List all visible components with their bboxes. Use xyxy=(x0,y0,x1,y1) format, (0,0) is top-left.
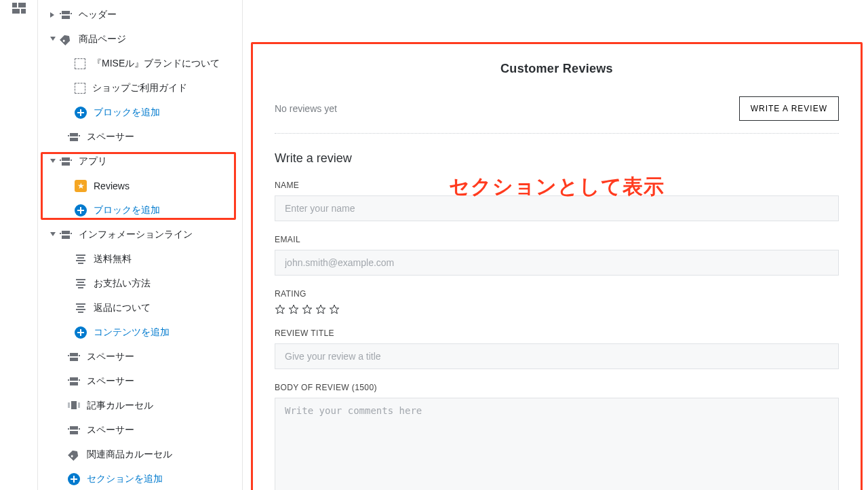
sidebar-item-apps[interactable]: アプリ xyxy=(43,149,242,174)
sidebar-item-label: インフォメーションライン xyxy=(79,229,193,241)
section-icon xyxy=(68,351,80,363)
no-reviews-text: No reviews yet xyxy=(275,103,337,114)
sidebar-item-add-block[interactable]: ブロックを追加 xyxy=(43,100,242,125)
tag-icon xyxy=(68,449,80,461)
section-icon xyxy=(60,9,72,21)
sidebar-item-label: ヘッダー xyxy=(79,9,117,21)
sidebar-item-guide[interactable]: ショップご利用ガイド xyxy=(43,76,242,100)
sidebar-item-spacer[interactable]: スペーサー xyxy=(43,125,242,149)
separator xyxy=(275,133,839,134)
mini-rail xyxy=(0,0,38,490)
sidebar-item-related-carousel[interactable]: 関連商品カルーセル xyxy=(43,442,242,467)
sidebar-item-return[interactable]: 返品について xyxy=(43,296,242,320)
carousel-icon xyxy=(68,401,80,411)
sidebar-item-label: ショップご利用ガイド xyxy=(92,82,187,94)
sidebar-item-label: スペーサー xyxy=(87,424,134,436)
sidebar-item-header[interactable]: ヘッダー xyxy=(43,3,242,27)
app-root: ヘッダー 商品ページ 『MISEル』ブランドについて ショップご利用ガイド ブロ… xyxy=(0,0,868,490)
star-icon: ★ xyxy=(75,180,87,192)
section-icon xyxy=(60,229,72,241)
sidebar-item-label: ブロックを追加 xyxy=(94,204,160,216)
label-rating: RATING xyxy=(275,289,839,299)
section-icon xyxy=(60,155,72,168)
sidebar: ヘッダー 商品ページ 『MISEル』ブランドについて ショップご利用ガイド ブロ… xyxy=(38,0,243,490)
sidebar-item-label: 商品ページ xyxy=(79,33,126,45)
sidebar-item-label: スペーサー xyxy=(87,375,134,388)
frame-icon xyxy=(75,58,85,69)
star-icon[interactable] xyxy=(302,304,313,315)
star-icon[interactable] xyxy=(315,304,326,315)
label-review-title: REVIEW TITLE xyxy=(275,328,839,338)
section-icon xyxy=(68,131,80,143)
sidebar-item-label: 関連商品カルーセル xyxy=(87,449,172,461)
sidebar-item-label: 記事カルーセル xyxy=(87,400,153,412)
dashboard-icon[interactable] xyxy=(12,3,26,15)
svg-marker-2 xyxy=(302,305,311,314)
text-icon xyxy=(75,278,87,290)
label-email: EMAIL xyxy=(275,235,839,244)
sidebar-item-spacer[interactable]: スペーサー xyxy=(43,418,242,442)
label-review-body: BODY OF REVIEW (1500) xyxy=(275,383,839,392)
preview-highlight-box: Customer Reviews No reviews yet WRITE A … xyxy=(251,42,863,490)
plus-icon xyxy=(68,473,80,485)
chevron-down-icon xyxy=(50,37,56,42)
sidebar-item-label: コンテンツを追加 xyxy=(94,326,170,339)
name-input[interactable] xyxy=(275,195,839,221)
sidebar-item-spacer[interactable]: スペーサー xyxy=(43,369,242,394)
write-review-button[interactable]: WRITE A REVIEW xyxy=(739,96,839,121)
tag-icon xyxy=(60,33,72,45)
star-icon[interactable] xyxy=(288,304,299,315)
sidebar-item-label: スペーサー xyxy=(87,351,134,363)
sidebar-item-spacer[interactable]: スペーサー xyxy=(43,345,242,369)
section-icon xyxy=(68,375,80,388)
section-icon xyxy=(68,424,80,436)
svg-marker-0 xyxy=(275,305,284,314)
sidebar-item-label: Reviews xyxy=(94,181,130,191)
plus-icon xyxy=(75,107,87,119)
sidebar-item-add-section[interactable]: セクションを追加 xyxy=(43,467,242,490)
svg-marker-4 xyxy=(330,305,338,314)
star-icon[interactable] xyxy=(275,304,285,315)
sidebar-item-product-page[interactable]: 商品ページ xyxy=(43,27,242,52)
text-icon xyxy=(75,302,87,314)
chevron-right-icon xyxy=(50,12,56,18)
sidebar-item-reviews[interactable]: ★ Reviews xyxy=(43,174,242,198)
form-heading: Write a review xyxy=(275,151,839,166)
email-input[interactable] xyxy=(275,250,839,276)
text-icon xyxy=(75,253,87,265)
preview-pane: Customer Reviews No reviews yet WRITE A … xyxy=(243,0,868,490)
sidebar-item-label: アプリ xyxy=(79,155,107,168)
frame-icon xyxy=(75,83,85,94)
sidebar-item-add-content[interactable]: コンテンツを追加 xyxy=(43,320,242,345)
star-icon[interactable] xyxy=(329,304,340,315)
plus-icon xyxy=(75,326,87,339)
sidebar-item-information-line[interactable]: インフォメーションライン xyxy=(43,223,242,247)
review-body-textarea[interactable] xyxy=(275,398,839,490)
sidebar-item-freeship[interactable]: 送料無料 xyxy=(43,247,242,271)
sidebar-item-label: ブロックを追加 xyxy=(94,107,160,119)
svg-marker-1 xyxy=(289,305,298,314)
sidebar-item-label: 送料無料 xyxy=(94,253,132,265)
reviews-heading: Customer Reviews xyxy=(275,62,839,76)
label-name: NAME xyxy=(275,181,839,190)
chevron-down-icon xyxy=(50,232,56,238)
sidebar-item-add-block-apps[interactable]: ブロックを追加 xyxy=(43,198,242,223)
sidebar-item-label: セクションを追加 xyxy=(87,473,163,485)
sidebar-item-article-carousel[interactable]: 記事カルーセル xyxy=(43,394,242,418)
chevron-down-icon xyxy=(50,159,56,164)
sidebar-item-payment[interactable]: お支払い方法 xyxy=(43,271,242,296)
plus-icon xyxy=(75,204,87,216)
sidebar-item-label: お支払い方法 xyxy=(94,278,151,290)
sidebar-item-label: 『MISEル』ブランドについて xyxy=(92,58,220,70)
svg-marker-3 xyxy=(316,305,325,314)
sidebar-item-brand[interactable]: 『MISEル』ブランドについて xyxy=(43,52,242,76)
review-title-input[interactable] xyxy=(275,343,839,369)
sidebar-item-label: 返品について xyxy=(94,302,151,314)
sidebar-item-label: スペーサー xyxy=(87,131,134,143)
rating-stars[interactable] xyxy=(275,304,839,315)
